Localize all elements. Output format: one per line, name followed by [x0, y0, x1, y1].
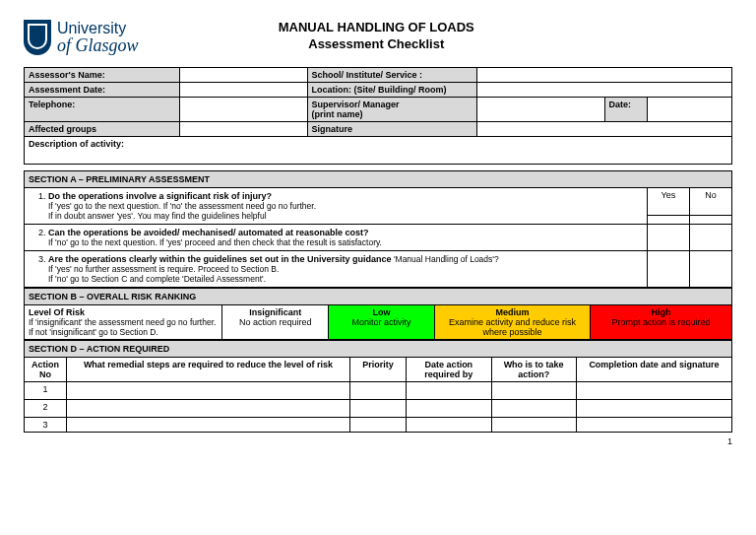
- logo-text: University of Glasgow: [57, 21, 139, 54]
- col-priority: Priority: [349, 358, 407, 382]
- q3-text-b: 'Manual Handling of Loads'?: [392, 254, 499, 264]
- field-tel[interactable]: [180, 98, 307, 122]
- row1-done[interactable]: [576, 382, 731, 400]
- table-row: 3: [25, 418, 732, 433]
- row1-due[interactable]: [407, 382, 491, 400]
- question-2: Can the operations be avoided/ mechanise…: [25, 225, 648, 251]
- label-description[interactable]: Description of activity:: [25, 137, 732, 165]
- risk-medium: Medium Examine activity and reduce risk …: [435, 305, 591, 340]
- crest-icon: [24, 20, 51, 55]
- row1-steps[interactable]: [67, 382, 350, 400]
- label-tel: Telephone:: [25, 98, 180, 122]
- question-3: Are the operations clearly within the gu…: [25, 251, 648, 288]
- row2-due[interactable]: [407, 400, 491, 418]
- title-line2: Assessment Checklist: [139, 36, 614, 53]
- row1-who[interactable]: [491, 382, 576, 400]
- row3-done[interactable]: [576, 418, 731, 433]
- field-groups[interactable]: [180, 122, 307, 137]
- risk-insignificant: Insignificant No action required: [222, 305, 329, 340]
- col-steps: What remedial steps are required to redu…: [67, 358, 350, 382]
- q1-yes[interactable]: [647, 215, 689, 224]
- field-date2[interactable]: [647, 98, 731, 122]
- row2-done[interactable]: [576, 400, 731, 418]
- col-no: No: [689, 188, 731, 216]
- question-1: Do the operations involve a significant …: [25, 188, 648, 225]
- label-date2: Date:: [604, 98, 647, 122]
- field-date[interactable]: [180, 83, 307, 98]
- label-supervisor: Supervisor/ Manager (print name): [307, 98, 477, 122]
- q3-sub: If 'yes' no further assessment is requir…: [48, 264, 279, 284]
- label-school: School/ Institute/ Service :: [307, 68, 477, 83]
- title-line1: MANUAL HANDLING OF LOADS: [139, 20, 614, 36]
- q2-yes[interactable]: [647, 225, 689, 251]
- section-a: SECTION A – PRELIMINARY ASSESSMENT Do th…: [24, 170, 732, 288]
- section-a-header: SECTION A – PRELIMINARY ASSESSMENT: [25, 171, 732, 188]
- row2-who[interactable]: [491, 400, 576, 418]
- row3-no: 3: [25, 418, 67, 433]
- q2-sub: If 'no' go to the next question. If 'yes…: [48, 237, 382, 247]
- field-school[interactable]: [477, 68, 732, 83]
- field-signature[interactable]: [477, 122, 732, 137]
- row3-steps[interactable]: [67, 418, 350, 433]
- col-action-no: Action No: [25, 358, 67, 382]
- label-signature: Signature: [307, 122, 477, 137]
- field-supervisor[interactable]: [477, 98, 604, 122]
- section-b-header: SECTION B – OVERALL RISK RANKING: [25, 289, 732, 305]
- q1-sub: If 'yes' go to the next question. If 'no…: [48, 201, 316, 221]
- row1-priority[interactable]: [349, 382, 407, 400]
- risk-level-title: Level Of Risk: [29, 307, 85, 317]
- risk-high: High Prompt action is required: [591, 305, 732, 340]
- table-row: 1: [25, 382, 732, 400]
- col-done: Completion date and signature: [576, 358, 731, 382]
- q3-text-a: Are the operations clearly within the gu…: [48, 254, 392, 264]
- logo: University of Glasgow: [24, 20, 139, 55]
- logo-line2: of Glasgow: [57, 36, 139, 54]
- row3-due[interactable]: [407, 418, 491, 433]
- table-row: 2: [25, 400, 732, 418]
- page-number: 1: [24, 436, 732, 446]
- section-b: SECTION B – OVERALL RISK RANKING Level O…: [24, 288, 732, 340]
- q1-no[interactable]: [689, 215, 731, 224]
- col-due: Date action required by: [407, 358, 491, 382]
- q1-text: Do the operations involve a significant …: [48, 191, 272, 201]
- section-d-header: SECTION D – ACTION REQUIRED: [25, 341, 732, 358]
- q2-no[interactable]: [689, 225, 731, 251]
- q2-text: Can the operations be avoided/ mechanise…: [48, 228, 369, 237]
- label-location: Location: (Site/ Building/ Room): [307, 83, 477, 98]
- risk-level-sub: If 'insignificant' the assessment need g…: [29, 317, 216, 337]
- label-assessor: Assessor's Name:: [25, 68, 180, 83]
- col-who: Who is to take action?: [491, 358, 576, 382]
- logo-line1: University: [57, 21, 139, 36]
- q3-yes[interactable]: [647, 251, 689, 288]
- risk-level-label: Level Of Risk If 'insignificant' the ass…: [25, 305, 222, 340]
- row3-who[interactable]: [491, 418, 576, 433]
- risk-low: Low Monitor activity: [329, 305, 435, 340]
- field-location[interactable]: [477, 83, 732, 98]
- document-header: University of Glasgow MANUAL HANDLING OF…: [24, 20, 732, 55]
- row2-priority[interactable]: [349, 400, 407, 418]
- field-assessor[interactable]: [180, 68, 307, 83]
- col-yes: Yes: [647, 188, 689, 216]
- info-table: Assessor's Name: School/ Institute/ Serv…: [24, 67, 732, 165]
- label-groups: Affected groups: [25, 122, 180, 137]
- row2-steps[interactable]: [67, 400, 350, 418]
- row3-priority[interactable]: [349, 418, 407, 433]
- row1-no: 1: [25, 382, 67, 400]
- q3-no[interactable]: [689, 251, 731, 288]
- label-date: Assessment Date:: [25, 83, 180, 98]
- page-title: MANUAL HANDLING OF LOADS Assessment Chec…: [139, 20, 614, 53]
- row2-no: 2: [25, 400, 67, 418]
- section-d: SECTION D – ACTION REQUIRED Action No Wh…: [24, 340, 732, 433]
